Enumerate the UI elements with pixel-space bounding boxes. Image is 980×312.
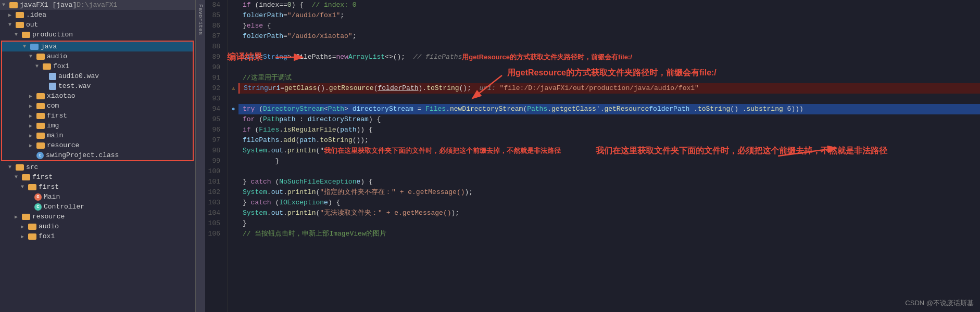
line-number: 95 [205, 114, 223, 125]
code-line: //这里用于调试 [238, 73, 980, 83]
java-icon: G [34, 193, 42, 201]
code-line: } [238, 218, 980, 229]
favorites-tab[interactable]: Favorites [195, 0, 205, 312]
code-line: folderPath="/audio/xiaotao"; [238, 31, 980, 42]
gutter-item [228, 10, 238, 21]
gutter-item [228, 166, 238, 177]
line-number: 102 [205, 187, 223, 198]
tree-item-audio-src[interactable]: audio [0, 222, 195, 231]
tree-item-out[interactable]: out [0, 20, 195, 30]
tree-item-first-src[interactable]: first [0, 172, 195, 182]
tree-item-img[interactable]: img [2, 121, 193, 131]
gutter-item [228, 229, 238, 239]
tree-item-testwav[interactable]: test.wav [2, 81, 193, 91]
tree-item-label: Controller [44, 203, 84, 211]
folder-icon [16, 164, 24, 171]
code-line [238, 94, 980, 104]
line-number: 93 [205, 94, 223, 104]
gutter-item [228, 156, 238, 166]
tree-item-resource[interactable]: resource [2, 140, 193, 150]
gutter-item [228, 73, 238, 83]
tree-item-resource-src[interactable]: resource [0, 212, 195, 222]
tree-item-xiaotao[interactable]: xiaotao [2, 91, 193, 101]
tree-item-com[interactable]: com [2, 101, 193, 111]
code-line: } [238, 156, 980, 166]
tree-item-first-inner[interactable]: first [0, 182, 195, 192]
code-content[interactable]: if (index==0) { // index: 0 folderPath="… [238, 0, 980, 312]
line-number: 104 [205, 208, 223, 218]
code-line: folderPath="/audio/fox1"; [238, 10, 980, 21]
gutter-item [228, 94, 238, 104]
tree-item-javaFX1[interactable]: javaFX1 [java] D:\javaFX1 [0, 0, 195, 10]
code-line: System.out.println("指定的文件夹不存在：" + e.getM… [238, 187, 980, 198]
line-number: 91 [205, 73, 223, 83]
gutter-item [228, 42, 238, 52]
java-icon: C [34, 203, 42, 211]
line-number: 92 [205, 83, 223, 94]
line-number: 86 [205, 21, 223, 31]
code-line: } catch (IOException e) { [238, 198, 980, 208]
tree-item-label: swingProject.class [46, 151, 119, 159]
file-tree[interactable]: javaFX1 [java] D:\javaFX1.ideaoutproduct… [0, 0, 195, 312]
line-number: 98 [205, 146, 223, 156]
watermark: CSDN @不说废话斯基 [905, 298, 974, 308]
tree-item-swingProject[interactable]: cswingProject.class [2, 150, 193, 160]
gutter-item [228, 62, 238, 73]
folder-blue-icon [30, 44, 39, 50]
tree-item-Main[interactable]: GMain [0, 192, 195, 202]
code-line [238, 42, 980, 52]
tree-item-label: audio0.wav [58, 72, 99, 80]
tree-item-audio[interactable]: audio [2, 51, 193, 61]
code-line: if (Files.isRegularFile(path)) { [238, 125, 980, 135]
tree-item-audio0wav[interactable]: audio0.wav [2, 71, 193, 81]
gutter-item [228, 114, 238, 125]
gutter-item [228, 218, 238, 229]
code-line: System.out.println("无法读取文件夹：" + e.getMes… [238, 208, 980, 218]
tree-item-label: .idea [26, 11, 46, 19]
gutter-item [228, 125, 238, 135]
tree-item-label: resource [32, 213, 65, 220]
tree-item-src[interactable]: src [0, 162, 195, 172]
line-number: 94 [205, 104, 223, 114]
folder-icon [36, 103, 45, 109]
tree-item-fox1[interactable]: fox1 [2, 61, 193, 71]
tree-item-production[interactable]: production [0, 30, 195, 40]
tree-item-label: fox1 [39, 232, 55, 240]
folder-icon [16, 22, 24, 28]
tree-item-fox1-src[interactable]: fox1 [0, 231, 195, 241]
line-number: 101 [205, 177, 223, 187]
gutter-item [228, 135, 238, 146]
tree-item-Controller[interactable]: CController [0, 202, 195, 212]
tree-item-label: production [32, 31, 73, 38]
folder-icon [36, 123, 45, 129]
gutter-item [228, 146, 238, 156]
folder-icon [28, 233, 36, 240]
gutter-item [228, 198, 238, 208]
wav-icon [49, 83, 56, 90]
gutter-item: ● [228, 104, 238, 114]
line-number: 87 [205, 31, 223, 42]
line-number: 105 [205, 218, 223, 229]
code-line: }else { [238, 21, 980, 31]
folder-icon [36, 142, 45, 149]
tree-item-label: resource [47, 141, 79, 149]
tree-item-java[interactable]: java [2, 42, 193, 51]
tree-item-main[interactable]: main [2, 131, 193, 140]
gutter: ⚠● [228, 0, 238, 312]
tree-item-label: out [26, 21, 38, 29]
code-line: } catch (NoSuchFileException e) { [238, 177, 980, 187]
code-container: 8485868788899091929394959697989910010110… [205, 0, 980, 312]
class-icon: c [36, 152, 44, 159]
code-line [238, 166, 980, 177]
gutter-item [228, 208, 238, 218]
tree-item-label: test.wav [58, 82, 91, 90]
tree-item-idea[interactable]: .idea [0, 10, 195, 20]
tree-item-first-java[interactable]: first [2, 111, 193, 121]
code-line: try (DirectoryStream<Path> directoryStre… [238, 104, 980, 114]
line-number: 96 [205, 125, 223, 135]
tree-item-label: src [26, 163, 38, 171]
tree-item-label: img [47, 122, 59, 129]
tree-item-label: java [41, 43, 57, 50]
code-line: String uri=getClass().getResource(folder… [238, 83, 980, 94]
gutter-item: ⚠ [228, 83, 238, 94]
